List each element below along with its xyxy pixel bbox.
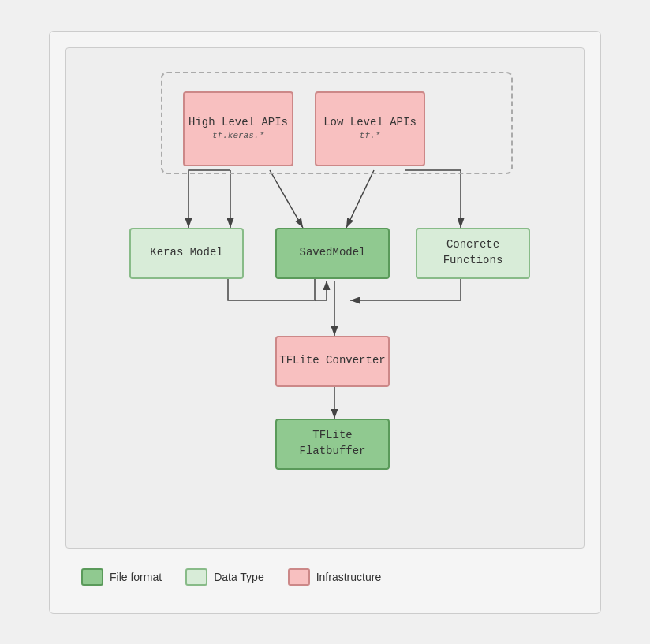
low-level-api-box: Low Level APIs tf.* xyxy=(315,91,425,166)
svg-line-3 xyxy=(346,170,374,228)
saved-model-box: SavedModel xyxy=(275,228,390,279)
keras-model-box: Keras Model xyxy=(129,228,244,279)
low-level-api-sublabel: tf.* xyxy=(360,130,380,142)
concrete-functions-label: Concrete Functions xyxy=(417,237,529,268)
svg-line-2 xyxy=(270,170,303,228)
tflite-converter-label: TFLite Converter xyxy=(279,353,385,369)
keras-model-label: Keras Model xyxy=(150,245,222,261)
legend-data-type: Data Type xyxy=(185,568,264,586)
concrete-functions-box: Concrete Functions xyxy=(416,228,530,279)
high-level-api-sublabel: tf.keras.* xyxy=(212,130,264,142)
saved-model-label: SavedModel xyxy=(299,245,365,261)
legend-swatch-green xyxy=(81,568,103,586)
low-level-api-label: Low Level APIs xyxy=(323,115,417,131)
legend: File format Data Type Infrastructure xyxy=(65,557,585,597)
tflite-flatbuffer-label: TFLite Flatbuffer xyxy=(277,428,388,459)
legend-infrastructure-label: Infrastructure xyxy=(316,571,381,583)
outer-container: High Level APIs tf.keras.* Low Level API… xyxy=(49,31,601,614)
legend-infrastructure: Infrastructure xyxy=(288,568,381,586)
legend-data-type-label: Data Type xyxy=(214,571,264,583)
tflite-flatbuffer-box: TFLite Flatbuffer xyxy=(275,419,390,470)
high-level-api-box: High Level APIs tf.keras.* xyxy=(183,91,293,166)
legend-swatch-pink xyxy=(288,568,310,586)
tflite-converter-box: TFLite Converter xyxy=(275,336,390,387)
high-level-api-label: High Level APIs xyxy=(189,115,288,131)
legend-swatch-lightgreen xyxy=(185,568,207,586)
legend-file-format: File format xyxy=(81,568,162,586)
legend-file-format-label: File format xyxy=(110,571,162,583)
diagram-area: High Level APIs tf.keras.* Low Level API… xyxy=(65,47,585,549)
